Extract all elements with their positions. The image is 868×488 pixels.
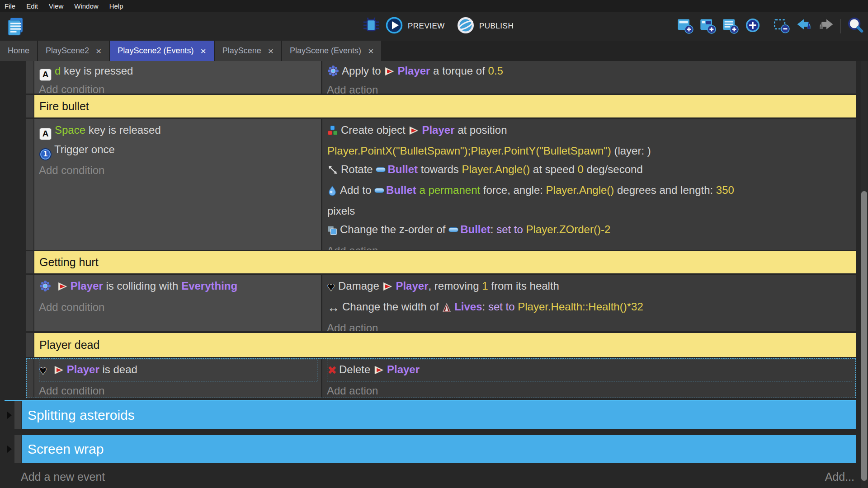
text-segment: at speed — [530, 163, 577, 175]
group-gutter[interactable] — [14, 435, 22, 463]
events-sheet: Ad key is pressedAdd conditionApply to P… — [0, 61, 868, 488]
redo-button[interactable] — [818, 17, 835, 36]
text-segment: key is released — [85, 124, 161, 136]
event-gutter[interactable] — [26, 358, 34, 398]
event-gutter[interactable] — [26, 119, 34, 250]
tab-playscene2[interactable]: PlayScene2 × — [38, 41, 109, 61]
group-title[interactable]: Splitting asteroids — [22, 401, 856, 429]
preview-button[interactable] — [385, 16, 403, 36]
delete-icon: ✖ — [327, 361, 337, 380]
instruction-line: Rotate Bullet towards Player.Angle() at … — [327, 160, 852, 181]
instruction-lines: Create object Player at positionPlayer.P… — [327, 120, 852, 241]
toolbar-divider — [767, 19, 767, 33]
group-collapse-toggle[interactable] — [5, 435, 14, 463]
debugger-button[interactable] — [362, 16, 381, 37]
add-subevent-button[interactable] — [699, 17, 716, 36]
publish-button[interactable] — [457, 16, 475, 36]
project-manager-button[interactable] — [5, 16, 25, 38]
create-object-icon — [327, 123, 338, 141]
event-gutter[interactable] — [26, 95, 34, 117]
close-icon[interactable]: × — [268, 46, 274, 56]
tab-playscene2-events[interactable]: PlayScene2 (Events) × — [110, 41, 213, 61]
instruction-lines: Ad key is pressed — [39, 62, 317, 81]
add-condition-link[interactable]: Add condition — [39, 161, 317, 179]
instruction-line: ♥ Player is dead — [39, 360, 317, 381]
comment-row: Getting hurt — [26, 251, 856, 273]
collapse-triangle-icon — [7, 412, 12, 419]
condition-cell[interactable]: ASpace key is released1Trigger onceAdd c… — [34, 119, 322, 250]
instruction-lines: Apply to Player a torque of 0.5 — [327, 62, 852, 82]
menu-view[interactable]: View — [49, 2, 63, 10]
add-condition-link[interactable]: Add condition — [39, 298, 317, 316]
event-gutter[interactable] — [26, 275, 34, 331]
add-other-button[interactable] — [744, 17, 761, 36]
text-segment: d — [55, 65, 61, 77]
text-segment: Bullet — [386, 184, 416, 196]
text-segment: Delete — [339, 363, 373, 375]
comment-text[interactable]: Getting hurt — [34, 251, 856, 273]
tab-label: Home — [8, 46, 29, 56]
action-cell[interactable]: Apply to Player a torque of 0.5Add actio… — [322, 61, 856, 94]
instruction-line: Player is colliding with Everything — [39, 277, 317, 297]
player-ship-icon — [53, 362, 64, 381]
comment-text[interactable]: Fire bullet — [34, 95, 856, 117]
close-icon[interactable]: × — [368, 46, 373, 56]
instruction-line: ↔Change the width of Lives: set to Playe… — [327, 297, 852, 318]
close-icon[interactable]: × — [200, 46, 206, 56]
scrollbar-thumb[interactable] — [861, 191, 867, 481]
close-icon[interactable]: × — [96, 46, 101, 56]
condition-cell[interactable]: Ad key is pressedAdd condition — [34, 61, 322, 94]
delete-selection-button[interactable] — [773, 17, 790, 36]
text-segment: Change the width of — [342, 300, 442, 313]
event-gutter[interactable] — [26, 251, 34, 273]
tab-playscene-events[interactable]: PlayScene (Events) × — [282, 41, 381, 61]
text-segment: is colliding with — [103, 280, 181, 292]
instruction-lines: ♥ Player is dead — [39, 360, 317, 381]
text-segment: Add to — [340, 184, 374, 196]
menu-window[interactable]: Window — [74, 2, 98, 10]
add-action-link[interactable]: Add action — [327, 319, 852, 331]
menu-file[interactable]: File — [5, 2, 15, 10]
tab-home[interactable]: Home — [0, 41, 37, 61]
text-segment: Lives — [454, 300, 482, 313]
add-condition-link[interactable]: Add condition — [39, 381, 317, 398]
group-gutter[interactable] — [14, 401, 22, 429]
group-row: Screen wrap — [5, 435, 856, 463]
search-events-button[interactable] — [846, 16, 864, 36]
add-event-button[interactable] — [676, 17, 693, 36]
add-new-event-link[interactable]: Add a new event — [21, 470, 105, 483]
scrollbar-track[interactable] — [861, 61, 868, 488]
add-more-link[interactable]: Add... — [825, 470, 854, 483]
add-event-icon — [676, 17, 693, 36]
condition-cell[interactable]: Player is colliding with EverythingAdd c… — [34, 275, 322, 331]
z-order-icon — [327, 222, 337, 241]
publish-label[interactable]: PUBLISH — [479, 22, 514, 31]
menu-bar: File Edit View Window Help — [0, 0, 868, 12]
event-gutter[interactable] — [26, 61, 34, 94]
action-cell[interactable]: ✖Delete PlayerAdd action — [322, 358, 856, 398]
add-condition-link[interactable]: Add condition — [39, 81, 317, 94]
comment-text[interactable]: Player dead — [34, 333, 856, 357]
add-action-link[interactable]: Add action — [327, 241, 852, 250]
text-segment: Player — [71, 280, 103, 292]
menu-edit[interactable]: Edit — [26, 2, 38, 10]
group-collapse-toggle[interactable] — [5, 401, 14, 429]
player-ship-icon — [57, 279, 68, 297]
action-cell[interactable]: ♥Damage Player, removing 1 from its heal… — [322, 275, 856, 331]
tab-label: PlayScene2 — [46, 46, 89, 56]
text-segment — [54, 280, 57, 292]
add-action-link[interactable]: Add action — [327, 82, 852, 94]
menu-help[interactable]: Help — [109, 2, 123, 10]
undo-button[interactable] — [795, 17, 812, 36]
tab-playscene[interactable]: PlayScene × — [215, 41, 281, 61]
add-comment-button[interactable] — [722, 17, 739, 36]
event-gutter[interactable] — [26, 333, 34, 357]
condition-cell[interactable]: ♥ Player is deadAdd condition — [34, 358, 322, 398]
rotate-icon — [327, 162, 338, 181]
action-cell[interactable]: Create object Player at positionPlayer.P… — [322, 119, 856, 250]
add-action-link[interactable]: Add action — [327, 381, 852, 398]
group-title[interactable]: Screen wrap — [22, 435, 856, 463]
project-manager-icon — [5, 16, 25, 38]
preview-label[interactable]: PREVIEW — [408, 22, 445, 31]
text-segment: Player.Health::Health()*32 — [518, 300, 643, 313]
